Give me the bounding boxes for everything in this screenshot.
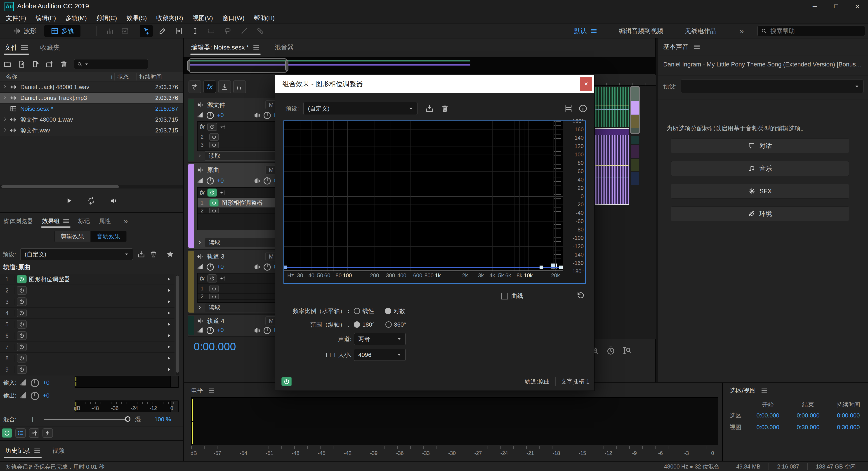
slot-power-button[interactable] xyxy=(209,133,219,141)
essential-sound-menu-icon[interactable] xyxy=(694,45,700,49)
effect-power-button[interactable] xyxy=(17,309,27,317)
new-content-icon[interactable] xyxy=(32,60,40,68)
menu-item-6[interactable]: 视图(V) xyxy=(188,14,218,22)
phase-curve-handle-0[interactable] xyxy=(284,265,287,269)
track-header-1[interactable]: 源文件M+00fx23读取 xyxy=(188,98,278,163)
overview-zoom-box[interactable] xyxy=(188,58,287,73)
tool-marquee[interactable] xyxy=(205,25,218,37)
audio-type-button-sfx[interactable]: SFX xyxy=(671,184,849,199)
dialog-routing-icon[interactable] xyxy=(564,104,573,113)
rack-preset-select[interactable]: (自定义) xyxy=(20,248,133,260)
preview-play-icon[interactable] xyxy=(65,197,73,205)
effects-rack-menu-icon[interactable] xyxy=(63,219,69,223)
reset-icon[interactable] xyxy=(576,291,585,300)
workspace-1[interactable]: 编辑音频到视频 xyxy=(614,25,668,37)
automation-mode-select[interactable]: 读取 xyxy=(205,151,277,161)
track-fx-power-button[interactable] xyxy=(207,188,217,197)
expand-chevron-icon[interactable] xyxy=(0,116,10,123)
tool-lasso[interactable] xyxy=(221,25,234,37)
column-duration[interactable]: 持续时间 xyxy=(136,73,183,81)
mix-slider[interactable] xyxy=(43,419,127,420)
files-header-row[interactable]: 名称↑ 状态 持续时间 xyxy=(0,72,183,81)
mix-value[interactable]: 100 % xyxy=(154,416,171,423)
track-fx-power-button[interactable] xyxy=(207,123,217,131)
effect-power-button[interactable] xyxy=(17,331,27,340)
tool-razor[interactable] xyxy=(156,25,169,37)
tool-spot-healing[interactable] xyxy=(254,25,267,37)
workspace-menu-icon[interactable] xyxy=(591,29,596,33)
expand-chevron-icon[interactable] xyxy=(0,95,10,101)
file-row-1[interactable]: Daniel ...onus Track].mp32:03.376 xyxy=(0,93,183,103)
clip-track1-pan-line[interactable] xyxy=(595,109,629,110)
rack-power-button[interactable] xyxy=(2,428,12,438)
effect-slot-6[interactable]: 6 xyxy=(0,330,175,342)
track-fx-toggle-button[interactable]: fx xyxy=(204,81,216,93)
track-io-toggle-button[interactable] xyxy=(188,81,201,93)
slot-options-arrow-icon[interactable] xyxy=(166,367,171,372)
subtab-clip-effects[interactable]: 剪辑效果 xyxy=(54,231,90,242)
auto-play-speaker-icon[interactable] xyxy=(110,197,118,205)
column-name[interactable]: 名称 xyxy=(0,73,110,81)
menu-item-2[interactable]: 多轨(M) xyxy=(61,14,91,22)
automation-mode-select[interactable]: 读取 xyxy=(205,238,277,247)
input-gain-knob[interactable] xyxy=(30,377,40,388)
selview-value[interactable]: 0:00.000 xyxy=(748,412,788,419)
track-fx-slot-2[interactable]: 2 xyxy=(197,208,277,214)
effect-slot-2[interactable]: 2 xyxy=(0,285,175,296)
fx-pre-post-icon[interactable] xyxy=(220,276,226,281)
tab-files[interactable]: 文件 xyxy=(4,41,29,55)
tool-slip[interactable] xyxy=(172,25,185,37)
output-gain-value[interactable]: +0 xyxy=(43,392,50,399)
history-menu-icon[interactable] xyxy=(34,449,40,453)
track-volume-knob[interactable] xyxy=(206,111,215,120)
tab-properties[interactable]: 属性 xyxy=(99,217,111,225)
playhead-time-display[interactable]: 0:00.000 xyxy=(194,340,236,353)
fx-pre-post-icon[interactable] xyxy=(220,190,226,195)
workspace-0[interactable]: 默认 xyxy=(569,25,602,37)
track-clips-area[interactable] xyxy=(595,86,656,339)
slot-options-arrow-icon[interactable] xyxy=(166,322,171,327)
slot-power-button[interactable] xyxy=(209,285,219,292)
tab-mixer[interactable]: 混音器 xyxy=(269,43,293,52)
maximize-button[interactable]: □ xyxy=(826,3,847,10)
slot-options-arrow-icon[interactable] xyxy=(166,356,171,361)
slot-options-arrow-icon[interactable] xyxy=(166,299,171,304)
output-gain-knob[interactable] xyxy=(30,390,40,401)
audio-type-button-ambience[interactable]: 环境 xyxy=(671,206,849,221)
slot-power-button[interactable] xyxy=(209,199,219,207)
dialog-delete-preset-icon[interactable] xyxy=(440,104,449,113)
zoom-time-icon[interactable] xyxy=(606,346,615,355)
workspace-2[interactable]: 无线电作品 xyxy=(680,25,721,37)
slot-options-arrow-icon[interactable] xyxy=(166,311,171,315)
favorite-star-icon[interactable] xyxy=(166,250,174,258)
track-fx-slot-2[interactable]: 2 xyxy=(197,294,277,300)
menu-item-5[interactable]: 收藏夹(R) xyxy=(151,14,188,22)
effect-slot-4[interactable]: 4 xyxy=(0,308,175,319)
effect-power-button[interactable] xyxy=(17,343,27,351)
workspace-overflow-button[interactable]: » xyxy=(740,27,744,35)
menu-item-0[interactable]: 文件(F) xyxy=(1,14,31,22)
track-fx-power-button[interactable] xyxy=(207,274,217,283)
channel-select[interactable]: 两者 xyxy=(354,333,406,345)
track-volume-value[interactable]: +0 xyxy=(217,112,224,119)
track-pan-knob[interactable] xyxy=(263,262,272,271)
track-volume-value[interactable]: +0 xyxy=(217,177,224,184)
effect-slot-3[interactable]: 3 xyxy=(0,296,175,308)
slot-power-button[interactable] xyxy=(209,142,219,148)
automation-expand-icon[interactable] xyxy=(197,240,202,245)
tab-effects-rack[interactable]: 效果组 xyxy=(41,215,70,228)
tool-move[interactable] xyxy=(140,25,153,37)
track-volume-value[interactable]: +0 xyxy=(217,263,224,270)
files-hscrollbar[interactable] xyxy=(0,185,183,188)
multitrack-view-button[interactable]: 多轨 xyxy=(44,25,81,37)
track-fx-slot-1[interactable]: 1 xyxy=(197,284,277,294)
fft-size-select[interactable]: 4096 xyxy=(354,349,406,361)
phase-curve-handle-2[interactable] xyxy=(559,265,563,269)
tool-brush[interactable] xyxy=(237,25,250,37)
column-status[interactable]: 状态 xyxy=(114,73,136,81)
range-180-radio[interactable] xyxy=(354,321,360,328)
help-search-input[interactable] xyxy=(770,28,856,35)
effect-slot-1[interactable]: 1图形相位调整器 xyxy=(0,274,175,285)
tab-editor[interactable]: 编辑器: Noise.sesx * xyxy=(190,40,260,55)
effect-slot-9[interactable]: 9 xyxy=(0,364,175,375)
